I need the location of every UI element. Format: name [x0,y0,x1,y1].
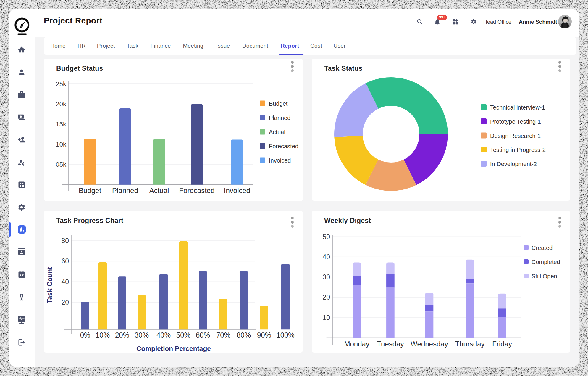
svg-text:10%: 10% [96,331,110,339]
svg-text:Tuesday: Tuesday [377,340,404,348]
svg-text:30: 30 [322,273,330,281]
svg-text:Still Open: Still Open [532,273,557,279]
svg-text:80%: 80% [237,331,251,339]
svg-text:40: 40 [322,253,330,261]
svg-text:Invoiced: Invoiced [269,157,291,164]
svg-text:Friday: Friday [492,340,512,348]
svg-text:Completion Percentage: Completion Percentage [136,345,211,352]
svg-text:80: 80 [61,237,69,245]
svg-text:In Development-2: In Development-2 [490,161,537,167]
svg-text:Planned: Planned [112,187,138,195]
svg-text:100%: 100% [276,331,294,339]
svg-text:40: 40 [61,278,69,286]
svg-text:Monday: Monday [344,340,369,348]
svg-text:30%: 30% [135,331,149,339]
svg-text:25k: 25k [56,80,67,88]
svg-text:Design Research-1: Design Research-1 [490,133,541,139]
svg-text:Forecasted: Forecasted [179,187,214,195]
svg-text:Technical interview-1: Technical interview-1 [490,104,545,111]
svg-text:90%: 90% [257,331,271,339]
svg-text:05k: 05k [56,161,67,168]
svg-text:Thursday: Thursday [455,340,484,348]
svg-text:70%: 70% [216,331,230,339]
svg-text:Wednesday: Wednesday [411,340,448,348]
svg-text:10k: 10k [56,141,67,148]
svg-text:Forecasted: Forecasted [269,143,298,150]
svg-text:Actual: Actual [269,129,285,135]
svg-text:Planned: Planned [269,115,290,121]
svg-text:40%: 40% [156,331,171,339]
svg-text:Prototype Testing-1: Prototype Testing-1 [490,118,541,125]
svg-text:15k: 15k [56,120,67,128]
svg-text:Budget: Budget [269,100,288,107]
svg-text:50%: 50% [176,331,190,339]
svg-text:Completed: Completed [532,259,560,265]
svg-text:Task Count: Task Count [46,267,54,303]
svg-text:0%: 0% [80,331,91,339]
svg-text:10: 10 [322,314,330,322]
svg-text:Testing in Progress-2: Testing in Progress-2 [490,147,546,153]
svg-text:Created: Created [532,245,553,251]
svg-text:Budget: Budget [79,187,101,195]
svg-text:20: 20 [322,293,330,301]
svg-text:Invoiced: Invoiced [224,187,250,195]
svg-text:20%: 20% [115,331,129,339]
svg-text:60: 60 [61,257,69,265]
svg-text:20: 20 [61,298,69,306]
svg-text:50: 50 [322,233,330,241]
svg-text:20k: 20k [56,100,67,108]
svg-text:Actual: Actual [149,187,169,195]
svg-text:60%: 60% [196,331,210,339]
